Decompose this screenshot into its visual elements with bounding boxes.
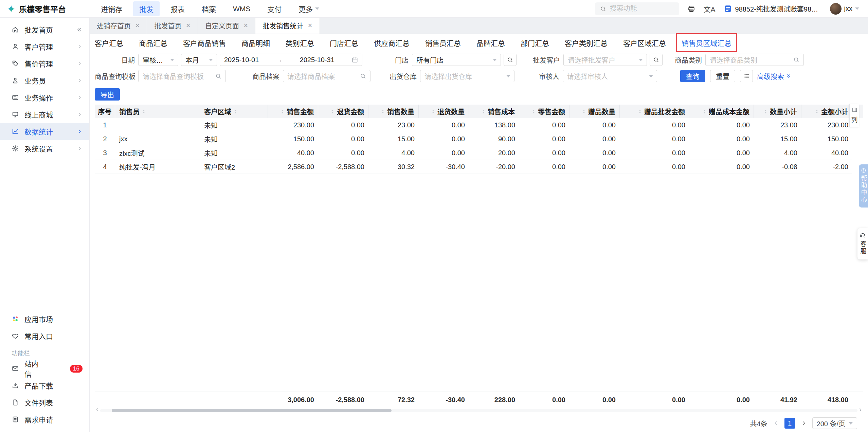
subtab-部门汇总[interactable]: 部门汇总 — [521, 38, 549, 48]
nav-item-档案[interactable]: 档案 — [196, 1, 222, 16]
collapse-sidebar-icon[interactable] — [76, 26, 83, 33]
table-row[interactable]: 4纯批发-冯月客户区域22,586.00-2,588.0030.32-30.40… — [95, 160, 863, 174]
sort-icon[interactable] — [380, 109, 385, 114]
column-header-退货数量[interactable]: 退货数量 — [419, 105, 469, 118]
sidebar-item-售价管理[interactable]: 售价管理 — [0, 55, 89, 72]
sidebar-item-系统设置[interactable]: 系统设置 — [0, 140, 89, 157]
sort-icon[interactable] — [702, 109, 707, 114]
sort-icon[interactable] — [637, 109, 643, 114]
sort-icon[interactable] — [481, 109, 486, 114]
sort-icon[interactable] — [330, 109, 335, 114]
goods-input[interactable]: 请选择商品档案 — [283, 70, 370, 82]
customer-select[interactable]: 请选择批发客户 — [563, 54, 647, 66]
next-page-button[interactable] — [801, 420, 807, 426]
scroll-right-icon[interactable] — [858, 407, 863, 414]
scrollbar-thumb[interactable] — [112, 409, 392, 412]
list-view-button[interactable] — [740, 70, 753, 82]
date-range-picker[interactable]: 2025-10-01 → 2025-10-31 — [220, 54, 362, 66]
subtab-门店汇总[interactable]: 门店汇总 — [330, 38, 358, 48]
global-search[interactable] — [595, 2, 679, 15]
nav-item-批发[interactable]: 批发 — [133, 1, 160, 16]
column-header-客户区域[interactable]: 客户区域 — [200, 105, 268, 118]
column-header-赠品批发金额[interactable]: 赠品批发金额 — [620, 105, 689, 118]
reset-button[interactable]: 重置 — [710, 70, 735, 82]
close-icon[interactable]: × — [308, 22, 312, 30]
column-header-数量小计[interactable]: 数量小计 — [754, 105, 801, 118]
sidebar-item-应用市场[interactable]: 应用市场 — [0, 310, 89, 327]
subtab-客户汇总[interactable]: 客户汇总 — [95, 38, 123, 48]
scroll-left-icon[interactable] — [95, 407, 100, 414]
date-type-select[interactable]: 审核日期 — [138, 54, 178, 66]
page-number-button[interactable]: 1 — [784, 418, 795, 429]
sort-icon[interactable] — [581, 109, 586, 114]
sidebar-item-产品下载[interactable]: 产品下载 — [0, 377, 89, 394]
nav-item-进销存[interactable]: 进销存 — [95, 1, 128, 16]
subtab-客户商品销售[interactable]: 客户商品销售 — [183, 38, 226, 48]
column-header-销售员[interactable]: 销售员 — [115, 105, 200, 118]
column-header-销售金额[interactable]: 销售金额 — [268, 105, 318, 118]
prev-page-button[interactable] — [773, 420, 779, 426]
sidebar-item-业务员[interactable]: 业务员 — [0, 72, 89, 89]
column-header-金额小计[interactable]: 金额小计 — [801, 105, 852, 118]
sort-icon[interactable] — [233, 109, 238, 114]
nav-item-报表[interactable]: 报表 — [164, 1, 191, 16]
tab-进销存首页[interactable]: 进销存首页× — [90, 18, 147, 34]
sidebar-item-线上商城[interactable]: 线上商城 — [0, 106, 89, 123]
nav-item-支付[interactable]: 支付 — [261, 1, 288, 16]
sidebar-item-常用入口[interactable]: 常用入口 — [0, 327, 89, 344]
tab-批发销售统计[interactable]: 批发销售统计× — [255, 18, 320, 34]
query-button[interactable]: 查询 — [680, 70, 705, 82]
export-button[interactable]: 导出 — [95, 88, 120, 101]
account-set-selector[interactable]: 98852-纯批发测试账套98852-... — [724, 4, 822, 14]
table-row[interactable]: 3zlxc测试未知40.000.004.000.0020.000.000.000… — [95, 146, 863, 160]
close-icon[interactable]: × — [135, 22, 140, 30]
store-search-button[interactable] — [504, 54, 517, 66]
close-icon[interactable]: × — [186, 22, 190, 30]
user-menu[interactable]: jxx — [830, 3, 859, 15]
subtab-品牌汇总[interactable]: 品牌汇总 — [476, 38, 505, 48]
customer-service-button[interactable]: 客服 — [857, 228, 868, 259]
subtab-商品汇总[interactable]: 商品汇总 — [139, 38, 167, 48]
table-row[interactable]: 2jxx未知150.000.0015.000.0090.000.000.000.… — [95, 132, 863, 146]
column-header-赠品数量[interactable]: 赠品数量 — [569, 105, 620, 118]
sort-icon[interactable] — [763, 109, 768, 114]
date-preset-select[interactable]: 本月 — [181, 54, 217, 66]
column-header-赠品成本金额[interactable]: 赠品成本金额 — [689, 105, 754, 118]
date-from-value[interactable]: 2025-10-01 — [224, 56, 259, 64]
global-search-input[interactable] — [610, 5, 664, 13]
nav-item-WMS[interactable]: WMS — [227, 2, 256, 15]
tab-自定义页面[interactable]: 自定义页面× — [198, 18, 255, 34]
customer-search-button[interactable] — [650, 54, 663, 66]
table-row[interactable]: 1未知230.000.0023.000.00138.000.000.000.00… — [95, 118, 863, 132]
translate-icon[interactable]: 文A — [704, 4, 716, 14]
warehouse-select[interactable]: 请选择出货仓库 — [420, 70, 514, 82]
auditor-select[interactable]: 请选择审核人 — [563, 70, 657, 82]
sidebar-item-文件列表[interactable]: 文件列表 — [0, 394, 89, 411]
sidebar-item-业务操作[interactable]: 业务操作 — [0, 89, 89, 106]
subtab-销售员汇总[interactable]: 销售员汇总 — [425, 38, 461, 48]
sort-icon[interactable] — [431, 109, 436, 114]
date-to-value[interactable]: 2025-10-31 — [300, 56, 334, 64]
sidebar-item-客户管理[interactable]: 客户管理 — [0, 38, 89, 55]
printer-icon[interactable] — [687, 5, 695, 13]
sort-icon[interactable] — [814, 109, 819, 114]
template-input[interactable]: 请选择商品查询模板 — [138, 70, 226, 82]
help-center-button[interactable]: 帮助中心 — [859, 164, 868, 208]
horizontal-scrollbar[interactable] — [95, 408, 862, 414]
column-header-退货金额[interactable]: 退货金额 — [318, 105, 368, 118]
page-size-select[interactable]: 200 条/页 — [812, 417, 857, 429]
advanced-search-link[interactable]: 高级搜索 — [757, 71, 791, 81]
sidebar-item-需求申请[interactable]: 需求申请 — [0, 411, 89, 428]
nav-item-更多[interactable]: 更多 — [292, 1, 325, 16]
sidebar-item-批发首页[interactable]: 批发首页 — [0, 21, 89, 38]
subtab-客户区域汇总[interactable]: 客户区域汇总 — [623, 38, 666, 48]
sort-icon[interactable] — [280, 109, 285, 114]
subtab-商品明细[interactable]: 商品明细 — [241, 38, 270, 48]
close-icon[interactable]: × — [243, 22, 248, 30]
sort-icon[interactable] — [141, 109, 146, 114]
sidebar-item-数据统计[interactable]: 数据统计 — [0, 123, 89, 140]
subtab-类别汇总[interactable]: 类别汇总 — [286, 38, 314, 48]
subtab-供应商汇总[interactable]: 供应商汇总 — [374, 38, 410, 48]
column-header-销售成本[interactable]: 销售成本 — [469, 105, 519, 118]
store-select[interactable]: 所有门店 — [412, 54, 501, 66]
